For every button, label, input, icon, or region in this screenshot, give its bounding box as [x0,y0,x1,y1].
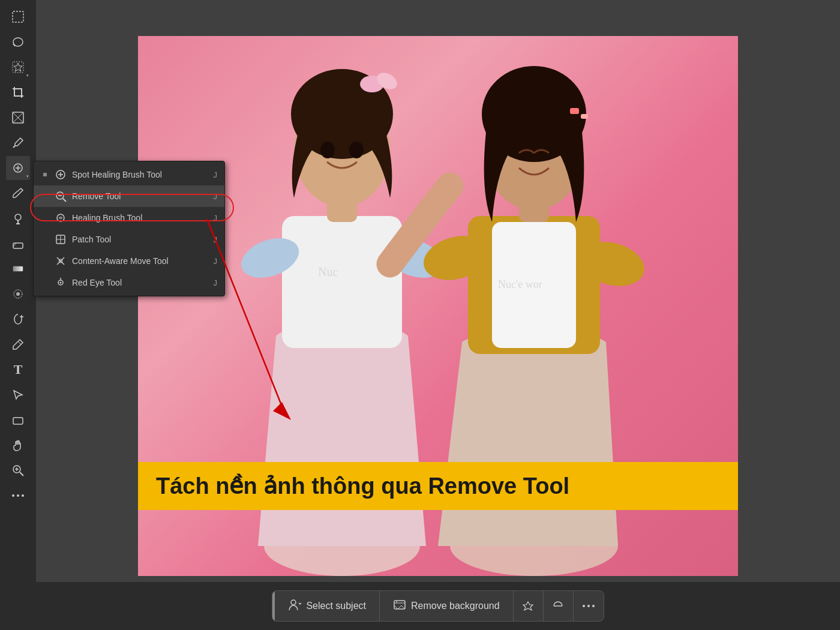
healing-brush-tool-btn[interactable]: ▾ [6,156,30,180]
svg-rect-46 [570,108,579,114]
content-aware-move-shortcut: J [214,257,218,266]
red-eye-label: Red Eye Tool [72,278,209,287]
svg-rect-50 [43,173,47,176]
tutorial-banner: Tách nền ảnh thông qua Remove Tool [138,462,738,510]
frame-tool-btn[interactable] [6,106,30,130]
svg-rect-12 [13,243,23,248]
remove-tool-menu-item[interactable]: Remove Tool J [34,185,224,207]
svg-line-21 [20,472,23,476]
svg-point-72 [583,605,585,607]
remove-background-icon [393,598,406,614]
bottom-toolbar: Select subject Remove background [36,582,840,630]
eraser-tool-btn[interactable] [6,232,30,256]
zoom-tool-btn[interactable] [6,458,30,482]
remove-background-btn[interactable]: Remove background [380,590,514,622]
svg-point-73 [587,605,590,607]
text-tool-btn[interactable]: T [6,358,30,382]
crop-contextual-btn[interactable] [514,590,544,622]
healing-brush-icon [54,211,67,224]
content-aware-move-label: Content-Aware Move Tool [72,256,209,266]
path-selection-tool-btn[interactable] [6,383,30,407]
patch-tool-label: Patch Tool [72,235,209,244]
svg-rect-13 [13,266,23,271]
photo-canvas: Nuc Nuc'e wor Tách nền ảnh thông qua Rem… [138,36,738,576]
patch-tool-shortcut: J [214,235,218,244]
red-eye-shortcut: J [214,278,218,287]
spot-healing-icon [54,168,67,181]
svg-point-36 [320,142,335,158]
svg-point-25 [17,494,19,497]
svg-rect-28 [282,216,402,348]
blur-tool-btn[interactable] [6,282,30,306]
dodge-tool-btn[interactable] [6,307,30,331]
eyedropper-tool-btn[interactable] [6,131,30,155]
svg-point-15 [16,292,20,296]
hand-tool-btn[interactable] [6,433,30,457]
healing-brush-shortcut: J [214,214,218,223]
more-tools-btn[interactable] [6,484,30,508]
spot-healing-menu-item[interactable]: Spot Healing Brush Tool J [34,164,224,185]
shape-tool-btn[interactable] [6,408,30,432]
red-eye-icon [54,276,67,289]
svg-point-66 [60,282,62,284]
svg-line-18 [18,341,21,344]
tool-flyout-menu: Spot Healing Brush Tool J Remove Tool J … [33,161,225,296]
canvas-area: Nuc Nuc'e wor Tách nền ảnh thông qua Rem… [36,0,840,630]
photo-background: Nuc Nuc'e wor Tách nền ảnh thông qua Rem… [138,36,738,576]
more-options-btn[interactable] [574,590,604,622]
gradient-tool-btn[interactable] [6,257,30,281]
contextual-taskbar: Select subject Remove background [272,590,604,622]
svg-text:Nuc: Nuc [318,265,338,278]
svg-point-69 [291,600,296,605]
remove-tool-shortcut: J [214,192,218,201]
spot-healing-label: Spot Healing Brush Tool [72,170,209,179]
svg-point-26 [22,494,24,497]
content-aware-move-icon [54,254,67,268]
svg-point-24 [12,494,14,497]
select-subject-label: Select subject [306,601,366,611]
svg-line-55 [63,199,66,202]
select-subject-btn[interactable]: Select subject [275,590,380,622]
spot-healing-shortcut: J [214,170,218,179]
remove-background-label: Remove background [411,601,500,611]
svg-point-57 [57,214,64,221]
clone-stamp-tool-btn[interactable] [6,206,30,230]
svg-marker-71 [523,602,533,610]
left-toolbar: ▾ ▾ [0,0,36,630]
content-aware-move-menu-item[interactable]: Content-Aware Move Tool J [34,250,224,272]
svg-rect-47 [581,114,588,119]
marquee-tool-btn[interactable] [6,5,30,29]
svg-rect-0 [13,11,23,22]
svg-point-1 [13,38,23,46]
brush-tool-btn[interactable] [6,181,30,205]
patch-tool-menu-item[interactable]: Patch Tool J [34,229,224,250]
patch-tool-icon [54,233,67,246]
healing-brush-menu-item[interactable]: Healing Brush Tool J [34,207,224,229]
svg-point-37 [349,142,364,158]
banner-text: Tách nền ảnh thông qua Remove Tool [156,473,569,499]
healing-brush-label: Healing Brush Tool [72,213,209,223]
svg-point-74 [592,605,595,607]
svg-text:Nuc'e wor: Nuc'e wor [498,278,542,290]
half-circle-btn[interactable] [544,590,574,622]
svg-rect-19 [13,418,23,424]
remove-tool-label: Remove Tool [72,191,209,201]
magic-wand-tool-btn[interactable]: ▾ [6,55,30,79]
lasso-tool-btn[interactable] [6,30,30,54]
pen-tool-btn[interactable] [6,332,30,356]
remove-tool-icon [54,190,67,203]
red-eye-menu-item[interactable]: Red Eye Tool J [34,272,224,293]
svg-point-11 [15,214,21,220]
crop-tool-btn[interactable] [6,80,30,104]
select-subject-icon [288,598,301,614]
svg-line-7 [13,146,15,148]
